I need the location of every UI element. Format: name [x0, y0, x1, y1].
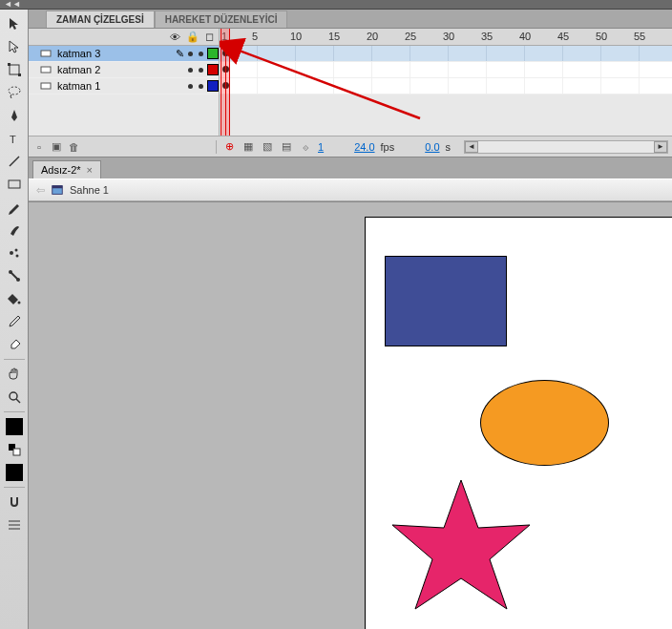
outline-header-icon[interactable]: ◻: [203, 31, 215, 43]
lasso-tool[interactable]: [4, 82, 25, 103]
rectangle-shape[interactable]: [385, 256, 507, 346]
visibility-dot[interactable]: [188, 68, 193, 73]
layer-icon: [40, 48, 52, 59]
layer-column: 👁 🔒 ◻ katman 3 ✎ katman 2 katman 1: [29, 29, 220, 136]
swap-colors[interactable]: [4, 439, 25, 460]
text-tool[interactable]: T: [4, 128, 25, 149]
lock-header-icon[interactable]: 🔒: [186, 31, 198, 43]
pencil-tool[interactable]: [4, 197, 25, 218]
free-transform-tool[interactable]: [4, 59, 25, 80]
bone-tool[interactable]: [4, 265, 25, 286]
rectangle-tool[interactable]: [4, 174, 25, 195]
eyedropper-tool[interactable]: [4, 311, 25, 332]
fill-swatch[interactable]: [6, 464, 23, 481]
deco-tool[interactable]: [4, 242, 25, 263]
layer-color-swatch[interactable]: [207, 64, 219, 75]
brush-tool[interactable]: [4, 220, 25, 241]
layer-row[interactable]: katman 2: [29, 62, 219, 78]
timeline-footer: ▫ ▣ 🗑 ⊕ ▦ ▧ ▤ ⟐ 1 24.0fps 0.0s ◄ ►: [29, 136, 672, 157]
svg-rect-6: [9, 180, 20, 188]
frame-ruler[interactable]: 1510152025303540455055: [220, 29, 672, 46]
edit-multiple-icon[interactable]: ▤: [280, 140, 293, 154]
center-frame-icon[interactable]: ⊕: [222, 140, 236, 154]
layer-row[interactable]: katman 1: [29, 78, 219, 94]
stage[interactable]: [365, 217, 672, 629]
svg-point-7: [10, 251, 13, 255]
ruler-tick: 35: [481, 31, 493, 42]
lock-dot[interactable]: [199, 52, 203, 56]
layer-color-swatch[interactable]: [207, 80, 219, 92]
panel-tabs: ZAMAN ÇİZELGESİ HAREKET DÜZENLEYİCİ: [29, 10, 672, 29]
frames-column: 1510152025303540455055: [220, 29, 672, 136]
document-tab[interactable]: Adsız-2* ×: [32, 160, 101, 178]
fps-value[interactable]: 24.0: [354, 141, 374, 153]
svg-rect-0: [10, 65, 19, 74]
frame-row[interactable]: [220, 62, 672, 78]
onion-outline-icon[interactable]: ▧: [261, 140, 274, 154]
zoom-tool[interactable]: [4, 387, 25, 408]
hand-tool[interactable]: [4, 364, 25, 385]
visibility-dot[interactable]: [188, 84, 193, 89]
lock-dot[interactable]: [199, 84, 203, 89]
timeline-scrollbar[interactable]: ◄ ►: [464, 140, 668, 154]
fps-unit: fps: [381, 141, 395, 153]
layer-icon: [40, 64, 52, 75]
subselection-tool[interactable]: [4, 36, 25, 57]
new-layer-button[interactable]: ▫: [32, 140, 46, 154]
frame-row[interactable]: [220, 78, 672, 94]
delete-layer-button[interactable]: 🗑: [67, 140, 80, 154]
separator: [216, 140, 217, 154]
new-folder-button[interactable]: ▣: [50, 140, 63, 154]
star-shape[interactable]: [385, 475, 537, 623]
current-frame[interactable]: 1: [318, 141, 324, 153]
lock-dot[interactable]: [199, 68, 203, 73]
time-value[interactable]: 0.0: [425, 141, 439, 153]
stroke-swatch[interactable]: [6, 418, 23, 435]
pen-tool[interactable]: [4, 105, 25, 126]
scene-name[interactable]: Sahne 1: [70, 184, 109, 196]
svg-rect-2: [18, 73, 21, 76]
tab-motion-editor[interactable]: HAREKET DÜZENLEYİCİ: [155, 10, 288, 28]
layer-color-swatch[interactable]: [207, 48, 219, 59]
separator: [4, 359, 25, 360]
ruler-tick: 15: [328, 31, 340, 42]
onion-skin-icon[interactable]: ▦: [242, 140, 255, 154]
playhead-line: [225, 46, 226, 136]
document-tabs: Adsız-2* ×: [29, 157, 672, 178]
layer-icon: [40, 80, 52, 92]
svg-point-13: [10, 392, 17, 400]
ruler-tick: 55: [634, 31, 645, 42]
visibility-dot[interactable]: [188, 52, 193, 56]
scroll-right-button[interactable]: ►: [654, 141, 667, 153]
modify-markers-icon[interactable]: ⟐: [299, 140, 312, 154]
paint-bucket-tool[interactable]: [4, 288, 25, 309]
back-arrow-icon[interactable]: ⇦: [36, 184, 45, 197]
svg-point-12: [17, 302, 20, 304]
svg-rect-24: [52, 186, 63, 189]
svg-point-11: [16, 278, 20, 282]
stage-area[interactable]: [29, 201, 672, 629]
svg-marker-25: [392, 480, 530, 609]
snap-tool[interactable]: [4, 492, 25, 513]
separator: [4, 487, 25, 488]
svg-point-10: [9, 270, 12, 274]
svg-rect-16: [13, 449, 20, 455]
close-tab-button[interactable]: ×: [87, 164, 93, 176]
scroll-left-button[interactable]: ◄: [465, 141, 478, 153]
options-tool[interactable]: [4, 514, 25, 535]
eraser-tool[interactable]: [4, 334, 25, 355]
tools-panel: T: [0, 10, 29, 629]
svg-line-5: [10, 157, 19, 166]
ruler-tick: 20: [367, 31, 378, 42]
visibility-header-icon[interactable]: 👁: [169, 31, 180, 43]
selection-tool[interactable]: [4, 13, 25, 34]
ellipse-shape[interactable]: [480, 380, 609, 466]
pencil-icon: ✎: [176, 48, 184, 60]
tab-timeline[interactable]: ZAMAN ÇİZELGESİ: [46, 10, 155, 28]
layer-row[interactable]: katman 3 ✎: [29, 46, 219, 62]
frame-row[interactable]: [220, 46, 672, 62]
svg-rect-20: [41, 51, 51, 56]
main-area: ZAMAN ÇİZELGESİ HAREKET DÜZENLEYİCİ 👁 🔒 …: [29, 10, 672, 629]
collapse-bar[interactable]: ◄◄: [0, 0, 672, 10]
line-tool[interactable]: [4, 151, 25, 172]
